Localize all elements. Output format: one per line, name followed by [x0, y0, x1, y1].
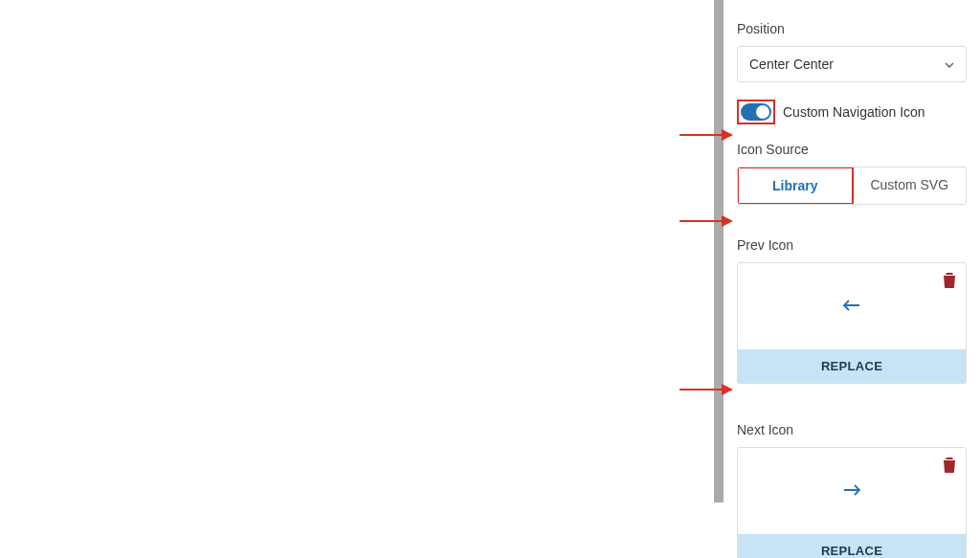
svg-marker-3 — [722, 215, 733, 227]
next-icon-preview[interactable] — [738, 448, 966, 534]
icon-source-custom-svg[interactable]: Custom SVG — [854, 167, 967, 204]
position-select[interactable]: Center Center — [737, 46, 967, 82]
icon-source-group: Library Custom SVG — [737, 167, 967, 205]
next-replace-button[interactable]: REPLACE — [738, 534, 966, 558]
prev-icon-box: REPLACE — [737, 262, 967, 384]
icon-source-label: Icon Source — [737, 142, 967, 157]
trash-icon[interactable] — [943, 458, 956, 476]
custom-nav-toggle[interactable] — [741, 103, 771, 121]
prev-replace-button[interactable]: REPLACE — [738, 349, 966, 383]
annotation-arrow-icon — [679, 127, 733, 143]
position-value: Center Center — [749, 56, 945, 72]
annotation-arrow-icon — [679, 382, 733, 397]
scrollbar[interactable] — [714, 0, 724, 502]
svg-marker-5 — [722, 384, 733, 395]
custom-nav-toggle-row: Custom Navigation Icon — [737, 100, 967, 124]
prev-icon-preview[interactable] — [738, 263, 966, 349]
custom-nav-label: Custom Navigation Icon — [783, 104, 925, 120]
settings-panel: Position Center Center Custom Navigation… — [737, 0, 967, 558]
next-icon-label: Next Icon — [737, 422, 967, 437]
arrow-right-icon — [843, 481, 860, 502]
svg-marker-1 — [722, 129, 733, 141]
toggle-highlight — [737, 100, 775, 124]
prev-icon-label: Prev Icon — [737, 237, 967, 253]
chevron-down-icon — [945, 57, 954, 71]
position-label: Position — [737, 21, 967, 36]
annotation-arrow-icon — [679, 213, 733, 229]
icon-source-library[interactable]: Library — [737, 167, 854, 205]
arrow-left-icon — [843, 297, 860, 317]
toggle-knob — [756, 105, 769, 119]
next-icon-box: REPLACE — [737, 447, 967, 558]
trash-icon[interactable] — [943, 273, 956, 291]
